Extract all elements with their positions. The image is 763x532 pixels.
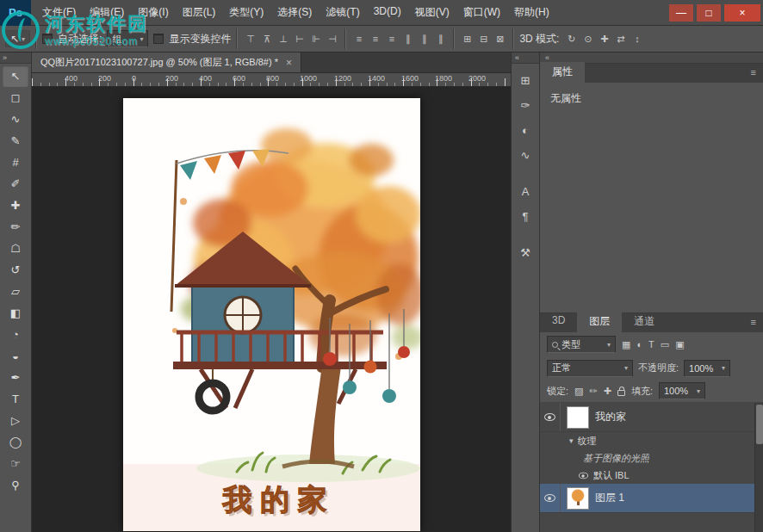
visibility-eye-icon[interactable]	[540, 484, 561, 512]
menu-item[interactable]: 3D(D)	[368, 3, 407, 22]
dock-collapse-icon[interactable]: «	[545, 53, 549, 62]
filter-type-layers-icon[interactable]: T	[648, 339, 654, 350]
canvas-area[interactable]: 我 的 家 我 的 家	[32, 87, 511, 532]
panel-menu-icon[interactable]: ≡	[751, 67, 756, 77]
close-button[interactable]: ×	[724, 4, 760, 22]
panel-menu-icon[interactable]: ≡	[751, 317, 756, 327]
clone-source-panel-icon[interactable]: ⊞	[514, 70, 537, 90]
pen-tool[interactable]: ✒	[3, 367, 28, 388]
menu-item[interactable]: 图层(L)	[177, 3, 222, 22]
disclosure-icon[interactable]: ▾	[569, 436, 574, 445]
move-tool[interactable]: ↖	[3, 65, 28, 87]
auto-select-target-dropdown[interactable]: 组 ▾	[107, 30, 148, 47]
auto-select-checkbox[interactable]	[42, 34, 53, 44]
auto-blend-layers-icon[interactable]: ⊟	[476, 32, 491, 46]
scrollbar-thumb[interactable]	[756, 405, 763, 444]
fill-dropdown[interactable]: 100% ▾	[659, 382, 705, 399]
menu-item[interactable]: 类型(Y)	[223, 3, 270, 22]
path-selection-tool[interactable]: ▷	[3, 410, 28, 431]
tool-preset-dropdown[interactable]: ↖ ▾	[5, 30, 30, 47]
menu-item[interactable]: 滤镜(T)	[319, 3, 365, 22]
menu-item[interactable]: 帮助(H)	[508, 3, 555, 22]
3d-rotate-camera-icon[interactable]: ↻	[564, 32, 579, 46]
layer-row-default-ibl[interactable]: 默认 IBL	[540, 467, 763, 484]
3d-zoom-camera-icon[interactable]: ↕	[630, 32, 644, 46]
layer-name[interactable]: 默认 IBL	[593, 469, 630, 482]
tab-properties[interactable]: 属性	[540, 62, 585, 83]
filter-shape-layers-icon[interactable]: ▭	[661, 339, 669, 350]
3d-pan-camera-icon[interactable]: ✚	[597, 32, 611, 46]
align-top-edges-icon[interactable]: ⊤	[243, 32, 257, 46]
distribute-left-edges-icon[interactable]: ∥	[400, 32, 415, 46]
tab-3d[interactable]: 3D	[540, 312, 577, 332]
menu-item[interactable]: 窗口(W)	[457, 3, 506, 22]
scrollbar-track[interactable]	[754, 403, 763, 532]
layer-thumbnail[interactable]	[567, 487, 589, 510]
quick-selection-tool[interactable]: ✎	[3, 130, 28, 152]
filter-adjustment-layers-icon[interactable]: ◐	[636, 339, 642, 350]
layer-row-texture[interactable]: ▾ 纹理	[540, 432, 763, 449]
opacity-dropdown[interactable]: 100% ▾	[684, 360, 730, 377]
align-vertical-centers-icon[interactable]: ⊼	[259, 32, 274, 46]
lock-all-icon[interactable]	[617, 390, 625, 396]
histogram-panel-icon[interactable]: ∿	[514, 145, 537, 165]
menu-item[interactable]: 选择(S)	[271, 3, 318, 22]
spot-healing-brush-tool[interactable]: ✚	[3, 195, 28, 216]
toolbar-collapse-icon[interactable]: »	[0, 53, 31, 64]
align-left-edges-icon[interactable]: ⊢	[292, 32, 307, 46]
auto-align-layers-icon[interactable]: ⊞	[460, 32, 475, 46]
layer-row-layer1[interactable]: 图层 1	[540, 484, 763, 513]
visibility-eye-icon[interactable]	[579, 472, 588, 479]
layer-name[interactable]: 图层 1	[595, 491, 624, 505]
layer-thumbnail[interactable]	[567, 406, 589, 429]
zoom-tool[interactable]: ⚲	[3, 474, 28, 496]
dodge-tool[interactable]: ◒	[3, 345, 28, 367]
menu-item[interactable]: 文件(F)	[36, 3, 82, 22]
brush-presets-panel-icon[interactable]: ✑	[514, 95, 537, 115]
lock-position-icon[interactable]: ✚	[604, 386, 611, 397]
tab-layers[interactable]: 图层	[577, 312, 622, 332]
eraser-tool[interactable]: ▱	[3, 281, 28, 302]
minimize-button[interactable]: —	[669, 4, 693, 22]
menu-item[interactable]: 图像(I)	[132, 3, 174, 22]
menu-item[interactable]: 视图(V)	[409, 3, 456, 22]
align-horizontal-centers-icon[interactable]: ⊩	[308, 32, 323, 46]
align-bottom-edges-icon[interactable]: ⊥	[276, 32, 290, 46]
document-tab[interactable]: QQ图片20171023100727.jpg @ 50% (图层 1, RGB/…	[32, 53, 301, 72]
hand-tool[interactable]: ☞	[3, 453, 28, 474]
history-brush-tool[interactable]: ↺	[3, 259, 28, 281]
ellipse-tool[interactable]: ◯	[3, 431, 28, 453]
brush-tool[interactable]: ✏	[3, 216, 28, 238]
menu-item[interactable]: 编辑(E)	[84, 3, 130, 22]
3d-roll-camera-icon[interactable]: ⊙	[580, 32, 595, 46]
lock-transparency-icon[interactable]: ▨	[574, 386, 583, 397]
blend-mode-dropdown[interactable]: 正常 ▾	[547, 360, 633, 377]
distribute-horizontal-centers-icon[interactable]: ∥	[417, 32, 431, 46]
layer-row-ibl-caption[interactable]: 基于图像的光照	[540, 449, 763, 467]
rectangular-marquee-tool[interactable]: ◻	[3, 87, 28, 108]
3d-slide-camera-icon[interactable]: ⇄	[613, 32, 628, 46]
lasso-tool[interactable]: ∿	[3, 108, 28, 130]
layer-name[interactable]: 纹理	[578, 435, 597, 448]
distribute-right-edges-icon[interactable]: ∥	[433, 32, 448, 46]
adjustments-panel-icon[interactable]: ◐	[514, 120, 537, 140]
tab-channels[interactable]: 通道	[622, 312, 667, 332]
visibility-eye-icon[interactable]	[540, 403, 561, 431]
horizontal-type-tool[interactable]: T	[3, 388, 28, 410]
layer-row-wodejia[interactable]: 我的家	[540, 403, 763, 432]
tab-close-icon[interactable]: ×	[286, 57, 292, 69]
align-right-edges-icon[interactable]: ⊣	[325, 32, 339, 46]
gradient-tool[interactable]: ◧	[3, 302, 28, 324]
distribute-top-edges-icon[interactable]: ≡	[351, 32, 366, 46]
show-transform-checkbox[interactable]	[153, 34, 164, 44]
crop-tool[interactable]: #	[3, 152, 28, 173]
character-panel-icon[interactable]: A	[514, 181, 537, 201]
distribute-bottom-edges-icon[interactable]: ≡	[384, 32, 399, 46]
lock-pixels-icon[interactable]: ✏	[589, 386, 597, 397]
filter-pixel-layers-icon[interactable]: ▦	[622, 339, 630, 350]
layer-name[interactable]: 我的家	[595, 410, 626, 424]
distribute-vertical-centers-icon[interactable]: ≡	[368, 32, 382, 46]
eyedropper-tool[interactable]: ✐	[3, 173, 28, 195]
clone-stamp-tool[interactable]: ☖	[3, 238, 28, 259]
filter-type-dropdown[interactable]: 类型 ▾	[547, 336, 616, 353]
